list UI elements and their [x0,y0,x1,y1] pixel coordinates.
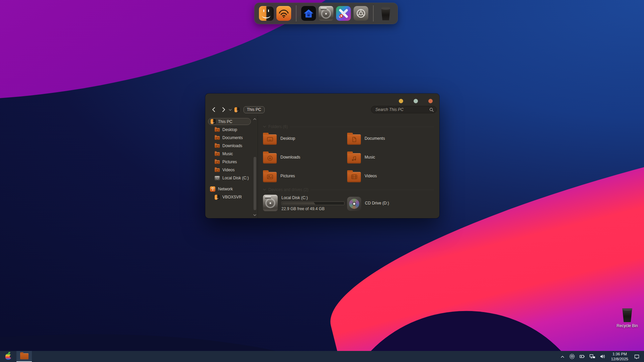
hard-disk-icon [215,176,220,180]
folder-tile-desktop[interactable]: Desktop [263,132,347,145]
downloads-folder-icon [263,153,277,164]
virtualbox-tray-icon[interactable] [569,354,575,359]
dock-disk-utility-icon[interactable] [319,6,333,21]
desktop-folder-icon [263,134,277,145]
tile-label: Pictures [280,174,295,178]
back-button[interactable] [210,106,217,113]
drive-info: Local Disk (C:) 22.9 GB free of 49.4 GB [281,195,344,211]
folder-icon [215,128,220,132]
recent-locations-button[interactable] [229,109,232,111]
sidebar-item-local-disk[interactable]: Local Disk (C:) [205,174,258,182]
desktop-screen: This PC Search This PC This PC Desktop [0,0,644,362]
system-tray: 1:36 PM 12/8/2025 [560,352,644,362]
dock-separator [296,6,297,21]
sidebar-gap [205,182,258,185]
scrollbar-thumb[interactable] [254,157,256,210]
recycle-bin-label: Recycle Bin [616,323,638,328]
network-icon[interactable] [589,354,595,359]
forward-button[interactable] [220,106,227,113]
music-folder-icon [347,153,361,164]
tile-label: Music [365,155,375,160]
videos-folder-icon [347,172,361,182]
chevron-down-icon [229,109,232,111]
dock-settings-icon[interactable] [354,6,368,21]
disk-connector-detail [321,7,327,8]
dock-wifi-app-icon[interactable] [276,6,291,21]
folder-tile-documents[interactable]: Documents [347,132,431,145]
close-button[interactable] [428,99,433,103]
sidebar-item-documents[interactable]: Documents [205,134,258,142]
tile-label: Videos [365,174,377,178]
sidebar-item-desktop[interactable]: Desktop [205,126,258,134]
drive-tile-local-disk[interactable]: Local Disk (C:) 22.9 GB free of 49.4 GB [263,195,347,211]
dock-separator [373,6,374,21]
show-hidden-icons-button[interactable] [560,355,565,358]
tile-label: Downloads [280,155,300,160]
minimize-button[interactable] [399,99,403,103]
sidebar-item-label: VBOXSVR [222,195,242,199]
battery-icon[interactable] [579,354,585,359]
sidebar-item-label: Local Disk (C:) [222,176,249,180]
search-input[interactable]: Search This PC [371,106,437,113]
drive-tile-cd[interactable]: CD Drive (D:) [347,195,431,211]
folder-tile-music[interactable]: Music [347,150,431,164]
sidebar-item-label: Downloads [222,143,242,148]
cd-disc-icon [349,199,359,209]
sidebar-item-videos[interactable]: Videos [205,166,258,174]
scroll-down-arrow[interactable] [252,213,257,217]
file-explorer-window: This PC Search This PC This PC Desktop [205,94,439,218]
maximize-button[interactable] [414,99,418,103]
sidebar-item-label: Network [218,187,233,191]
window-body: This PC Desktop Documents Downloads Musi… [205,116,439,218]
section-divider [290,127,434,127]
folder-tile-downloads[interactable]: Downloads [263,150,347,164]
this-pc-icon [211,119,216,124]
sidebar-item-label: Pictures [222,160,237,164]
folder-icon [215,160,220,164]
collapse-chevron-icon[interactable] [263,126,266,128]
sidebar-item-label: Videos [222,168,234,172]
folder-icon [215,168,220,172]
taskbar-clock[interactable]: 1:36 PM 12/8/2025 [611,352,628,362]
wifi-arcs-icon [278,9,290,18]
hard-disk-icon [263,195,278,211]
folder-tile-pictures[interactable]: Pictures [263,169,347,183]
dock-finder-icon[interactable] [259,6,274,21]
drive-label: CD Drive (D:) [365,201,389,205]
sidebar-item-downloads[interactable]: Downloads [205,142,258,150]
action-center-button[interactable] [634,354,640,359]
sidebar-item-music[interactable]: Music [205,150,258,158]
breadcrumb[interactable]: This PC [244,106,265,113]
server-icon [215,195,220,200]
dock-trash-icon[interactable] [380,7,391,20]
trash-icon [622,308,633,322]
folders-grid: Desktop Documents Downloads [263,132,434,183]
content-area: Folders (6) Desktop Documents [258,116,439,218]
section-title: Folders (6) [268,124,288,129]
sidebar-item-label: Music [222,152,233,156]
folder-icon [20,353,29,359]
taskbar: 1:36 PM 12/8/2025 [0,351,644,362]
sidebar-item-vboxsvr[interactable]: VBOXSVR [205,193,258,201]
apple-logo-icon [5,354,11,360]
volume-icon[interactable] [600,354,605,359]
tile-label: Documents [365,136,385,141]
search-icon [429,108,434,112]
recycle-bin-desktop-icon[interactable]: Recycle Bin [615,308,639,328]
window-titlebar[interactable] [205,94,439,104]
folder-tile-videos[interactable]: Videos [347,169,431,183]
start-button[interactable] [0,351,16,362]
collapse-chevron-icon[interactable] [263,189,266,191]
pictures-folder-icon [263,172,277,182]
dock-home-app-icon[interactable] [301,6,316,21]
sidebar-scrollbar[interactable] [252,117,257,217]
apple-logo-body [5,354,11,360]
taskbar-file-explorer-button[interactable] [16,351,32,362]
sidebar-item-pictures[interactable]: Pictures [205,158,258,166]
sidebar-item-this-pc[interactable]: This PC [208,118,251,125]
dock-developer-tools-icon[interactable] [336,6,351,21]
chevron-right-icon [222,107,226,112]
sidebar-item-label: Documents [222,135,243,140]
scroll-up-arrow[interactable] [252,117,257,121]
sidebar-item-network[interactable]: Network [205,185,258,193]
